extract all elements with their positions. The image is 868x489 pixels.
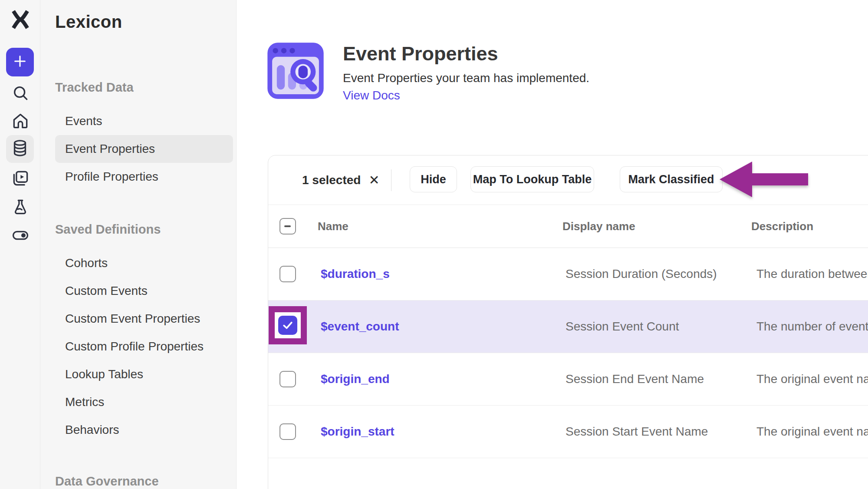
property-description: The original event name of the session s… [756, 406, 868, 458]
property-description: The number of events in the session [756, 301, 868, 353]
property-name-link[interactable]: $origin_end [321, 353, 390, 405]
sidebar-title: Lexicon [55, 12, 122, 32]
property-name-link[interactable]: $origin_start [321, 406, 395, 458]
select-all-checkbox[interactable] [279, 218, 296, 235]
table-row: $event_count Session Event Count The num… [268, 301, 868, 353]
row-checkbox[interactable] [279, 423, 296, 440]
mark-classified-button[interactable]: Mark Classified [620, 166, 723, 192]
row-checkbox[interactable] [279, 266, 296, 282]
property-display-name: Session Event Count [566, 301, 679, 353]
sidebar-section-label: Data Governance [55, 474, 159, 489]
create-button[interactable] [6, 48, 34, 76]
annotation-highlight-box [269, 306, 307, 344]
row-checkbox-checked[interactable] [278, 316, 297, 335]
properties-table-card: 1 selected ✕ Hide Map To Lookup Table Ma… [268, 155, 868, 489]
property-display-name: Session End Event Name [566, 353, 704, 405]
sidebar-section-label: Saved Definitions [55, 222, 161, 237]
sidebar-item-lookup-tables[interactable]: Lookup Tables [40, 360, 236, 388]
clear-selection-icon[interactable]: ✕ [368, 172, 379, 188]
page-subtitle: Event Properties your team has implement… [343, 71, 589, 85]
property-name-link[interactable]: $event_count [321, 301, 399, 353]
view-docs-link[interactable]: View Docs [343, 89, 400, 102]
selection-count: 1 selected ✕ [302, 155, 380, 205]
property-display-name: Session Start Event Name [566, 406, 708, 458]
sidebar-item-custom-profile-properties[interactable]: Custom Profile Properties [40, 333, 236, 360]
sidebar-item-event-properties[interactable]: Event Properties [55, 135, 233, 163]
sidebar-item-custom-event-properties[interactable]: Custom Event Properties [40, 305, 236, 333]
sidebar-item-cohorts[interactable]: Cohorts [40, 249, 236, 277]
annotation-arrow-icon [715, 157, 815, 202]
table-row: $origin_start Session Start Event Name T… [268, 406, 868, 458]
lexicon-page: Lexicon Tracked DataEventsEvent Properti… [0, 0, 868, 489]
property-name-link[interactable]: $duration_s [321, 248, 390, 300]
home-icon[interactable] [10, 111, 31, 132]
toolbar-divider [391, 169, 391, 191]
sidebar-item-profile-properties[interactable]: Profile Properties [40, 163, 236, 191]
mixpanel-logo-icon[interactable] [10, 10, 30, 31]
table-row: $origin_end Session End Event Name The o… [268, 353, 868, 406]
table-header-row: Name Display name Description [268, 205, 868, 248]
page-title: Event Properties [343, 43, 498, 65]
column-header-name: Name [318, 205, 349, 248]
table-row: $duration_s Session Duration (Seconds) T… [268, 248, 868, 301]
map-to-lookup-table-button[interactable]: Map To Lookup Table [470, 166, 594, 192]
database-icon [10, 139, 30, 159]
plus-icon [13, 54, 27, 70]
row-checkbox[interactable] [279, 371, 296, 387]
toggle-icon[interactable] [10, 225, 31, 246]
sidebar-item-custom-events[interactable]: Custom Events [40, 277, 236, 305]
search-icon[interactable] [10, 83, 31, 103]
property-description: The original event name of the session e… [756, 353, 868, 405]
property-display-name: Session Duration (Seconds) [566, 248, 717, 300]
boards-icon[interactable] [10, 168, 31, 189]
column-header-description: Description [751, 205, 813, 248]
event-properties-app-icon [266, 41, 326, 101]
column-header-display-name: Display name [562, 205, 635, 248]
icon-rail [0, 0, 40, 489]
sidebar-section-label: Tracked Data [55, 80, 134, 95]
sidebar-item-behaviors[interactable]: Behaviors [40, 416, 236, 444]
sidebar-item-events[interactable]: Events [40, 107, 236, 135]
table-body: $duration_s Session Duration (Seconds) T… [268, 248, 868, 458]
property-description: The duration between session start and e… [756, 248, 868, 300]
hide-button[interactable]: Hide [410, 166, 457, 192]
flask-icon[interactable] [10, 197, 31, 218]
nav-data-selected[interactable] [6, 135, 34, 163]
sidebar-item-metrics[interactable]: Metrics [40, 388, 236, 416]
sidebar: Lexicon Tracked DataEventsEvent Properti… [40, 0, 237, 489]
